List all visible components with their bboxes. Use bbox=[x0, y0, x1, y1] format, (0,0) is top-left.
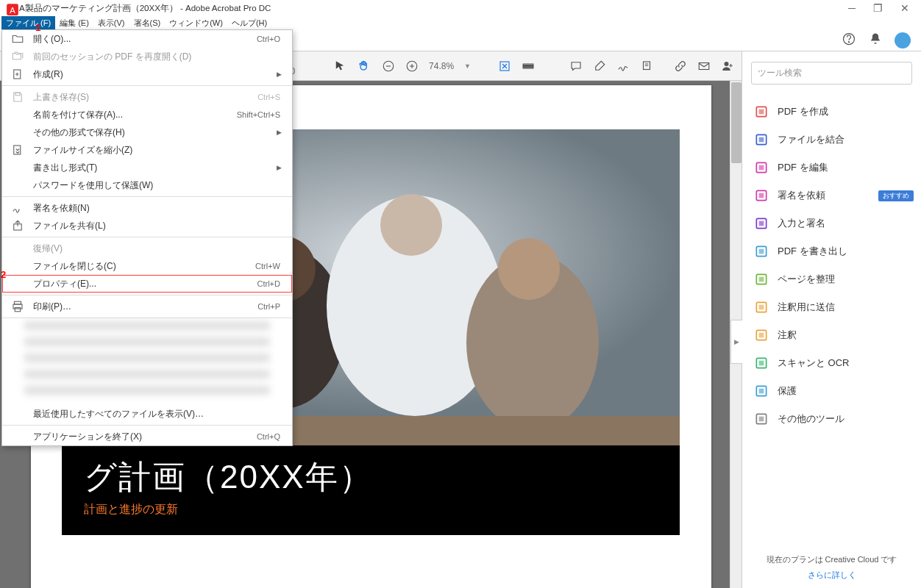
menu-item[interactable]: パスワードを使用して保護(W) bbox=[2, 176, 292, 194]
folder-icon bbox=[11, 32, 24, 46]
menu-item[interactable]: 作成(R)▶ bbox=[2, 65, 292, 83]
link-icon[interactable] bbox=[674, 60, 687, 73]
menu-item[interactable]: 最近使用したすべてのファイルを表示(V)… bbox=[2, 405, 292, 423]
tool-icon bbox=[754, 104, 769, 119]
shortcut-label: Ctrl+W bbox=[255, 262, 280, 270]
sign-icon[interactable] bbox=[616, 60, 630, 73]
window-title: A製品のマーケティング計画（20XX年） - Adobe Acrobat Pro… bbox=[19, 3, 271, 14]
plan-text: 現在のプランは Creative Cloud です bbox=[767, 555, 897, 564]
svg-rect-38 bbox=[759, 333, 764, 338]
menu-item[interactable]: その他の形式で保存(H)▶ bbox=[2, 123, 292, 141]
menu-help[interactable]: ヘルプ(H) bbox=[227, 16, 271, 30]
avatar[interactable] bbox=[895, 32, 911, 49]
tool-icon bbox=[754, 216, 769, 231]
zoom-in-icon[interactable] bbox=[405, 60, 419, 73]
tool-item[interactable]: スキャンと OCR bbox=[742, 349, 921, 377]
menu-item-label: 名前を付けて保存(A)... bbox=[33, 109, 123, 121]
svg-rect-32 bbox=[759, 249, 764, 254]
pointer-icon[interactable] bbox=[333, 60, 346, 73]
menu-view[interactable]: 表示(V) bbox=[93, 16, 129, 30]
tool-item[interactable]: PDF を書き出し bbox=[742, 237, 921, 265]
menu-item-label: 最近使用したすべてのファイルを表示(V)… bbox=[33, 408, 204, 420]
share-icon bbox=[11, 219, 24, 232]
tool-search-input[interactable]: ツール検索 bbox=[751, 62, 912, 85]
recommend-badge: おすすめ bbox=[878, 190, 914, 201]
menu-window[interactable]: ウィンドウ(W) bbox=[165, 16, 227, 30]
menu-item: 復帰(V) bbox=[2, 240, 292, 257]
fit-page-icon[interactable] bbox=[498, 60, 511, 73]
zoom-out-icon[interactable] bbox=[382, 60, 395, 73]
tool-label: 入力と署名 bbox=[778, 217, 825, 230]
document-subtitle: 計画と進捗の更新 bbox=[84, 502, 658, 517]
svg-rect-9 bbox=[524, 66, 534, 67]
menu-item[interactable]: プロパティ(E)...Ctrl+D bbox=[2, 275, 292, 293]
menu-item[interactable]: 名前を付けて保存(A)...Shift+Ctrl+S bbox=[2, 106, 292, 123]
menu-item-label: 上書き保存(S) bbox=[33, 91, 89, 104]
tool-icon bbox=[754, 328, 769, 343]
panel-collapse-button[interactable]: ▶ bbox=[730, 320, 742, 364]
minimize-button[interactable]: ─ bbox=[848, 2, 856, 14]
close-button[interactable]: ✕ bbox=[900, 2, 909, 14]
zoom-value[interactable]: 74.8% bbox=[429, 61, 454, 71]
tool-item[interactable]: 入力と署名 bbox=[742, 209, 921, 237]
tool-item[interactable]: 注釈用に送信 bbox=[742, 293, 921, 321]
menu-item[interactable]: アプリケーションを終了(X)Ctrl+Q bbox=[2, 428, 292, 445]
maximize-button[interactable]: ❐ bbox=[873, 2, 883, 14]
menu-item-label: ファイルを閉じる(C) bbox=[33, 260, 116, 273]
shortcut-label: Ctrl+O bbox=[257, 35, 280, 43]
tool-item[interactable]: ファイルを結合 bbox=[742, 126, 921, 154]
svg-rect-51 bbox=[15, 308, 21, 312]
titlebar: A A製品のマーケティング計画（20XX年） - Adobe Acrobat P… bbox=[0, 0, 921, 16]
menu-item-label: ファイルを共有(L) bbox=[33, 220, 106, 232]
menu-item: 前回のセッションの PDF を再度開く(D) bbox=[2, 48, 292, 65]
save-icon bbox=[11, 90, 24, 104]
tool-item[interactable]: PDF を作成 bbox=[742, 98, 921, 126]
learn-more-link[interactable]: さらに詳しく bbox=[751, 570, 912, 581]
fit-width-icon[interactable] bbox=[522, 60, 535, 73]
menu-item-label: 書き出し形式(T) bbox=[33, 162, 97, 174]
tool-item[interactable]: その他のツール bbox=[742, 405, 921, 433]
menu-item[interactable]: ファイルを共有(L) bbox=[2, 217, 292, 234]
menu-item[interactable]: ファイルを閉じる(C)Ctrl+W bbox=[2, 257, 292, 275]
highlight-icon[interactable] bbox=[593, 60, 606, 73]
menu-item[interactable]: ファイルサイズを縮小(Z) bbox=[2, 141, 292, 159]
svg-rect-40 bbox=[759, 361, 764, 366]
file-menu-dropdown: 開く(O)...Ctrl+O前回のセッションの PDF を再度開く(D)作成(R… bbox=[1, 29, 293, 446]
add-person-icon[interactable] bbox=[721, 60, 734, 73]
tool-icon bbox=[754, 160, 769, 175]
menu-item[interactable]: 開く(O)...Ctrl+O bbox=[2, 30, 292, 48]
tool-item[interactable]: 署名を依頼おすすめ bbox=[742, 182, 921, 209]
svg-point-3 bbox=[849, 42, 850, 43]
bell-icon[interactable] bbox=[868, 32, 883, 49]
tool-item[interactable]: 注釈 bbox=[742, 321, 921, 349]
stamp-icon[interactable] bbox=[640, 60, 653, 73]
tool-item[interactable]: 保護 bbox=[742, 377, 921, 405]
menu-file[interactable]: ファイル (F) bbox=[1, 16, 55, 30]
shortcut-label: Ctrl+Q bbox=[257, 432, 280, 441]
menu-sign[interactable]: 署名(S) bbox=[129, 16, 166, 30]
menu-item-label: 復帰(V) bbox=[33, 243, 63, 255]
tool-item[interactable]: ページを整理 bbox=[742, 265, 921, 293]
chevron-down-icon[interactable]: ▼ bbox=[464, 62, 471, 70]
svg-rect-30 bbox=[759, 221, 764, 226]
menu-item-label: パスワードを使用して保護(W) bbox=[33, 179, 153, 192]
svg-rect-36 bbox=[759, 305, 764, 310]
hand-icon[interactable] bbox=[357, 59, 371, 74]
help-icon[interactable] bbox=[842, 32, 856, 49]
menu-item[interactable]: 印刷(P)…Ctrl+P bbox=[2, 298, 292, 315]
menubar: ファイル (F) 編集 (E) 表示(V) 署名(S) ウィンドウ(W) ヘルプ… bbox=[0, 16, 921, 29]
tool-item[interactable]: PDF を編集 bbox=[742, 154, 921, 182]
tool-label: ファイルを結合 bbox=[778, 133, 844, 146]
mail-icon[interactable] bbox=[697, 60, 711, 73]
svg-rect-34 bbox=[759, 277, 764, 282]
menu-item[interactable]: 署名を依頼(N) bbox=[2, 199, 292, 217]
svg-rect-11 bbox=[699, 62, 709, 69]
menu-item[interactable]: 書き出し形式(T)▶ bbox=[2, 159, 292, 176]
menu-edit[interactable]: 編集 (E) bbox=[55, 16, 93, 30]
submenu-arrow-icon: ▶ bbox=[277, 164, 282, 171]
menu-item-label: 作成(R) bbox=[33, 68, 63, 81]
annotation-2: 2 bbox=[1, 269, 6, 280]
svg-point-12 bbox=[725, 62, 729, 66]
shortcut-label: Ctrl+D bbox=[257, 279, 280, 288]
comment-icon[interactable] bbox=[569, 60, 583, 73]
